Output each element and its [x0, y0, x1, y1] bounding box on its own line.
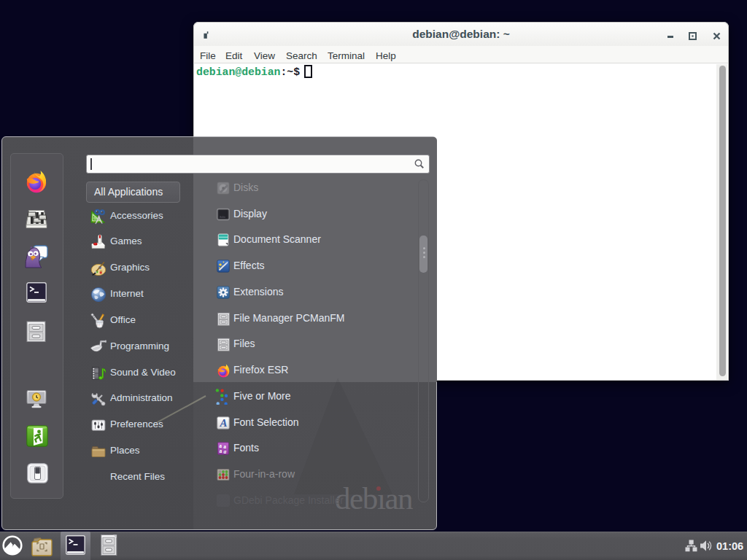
svg-text:a: a — [219, 448, 222, 454]
svg-text:A: A — [219, 416, 227, 428]
svg-text:a: a — [223, 448, 226, 455]
